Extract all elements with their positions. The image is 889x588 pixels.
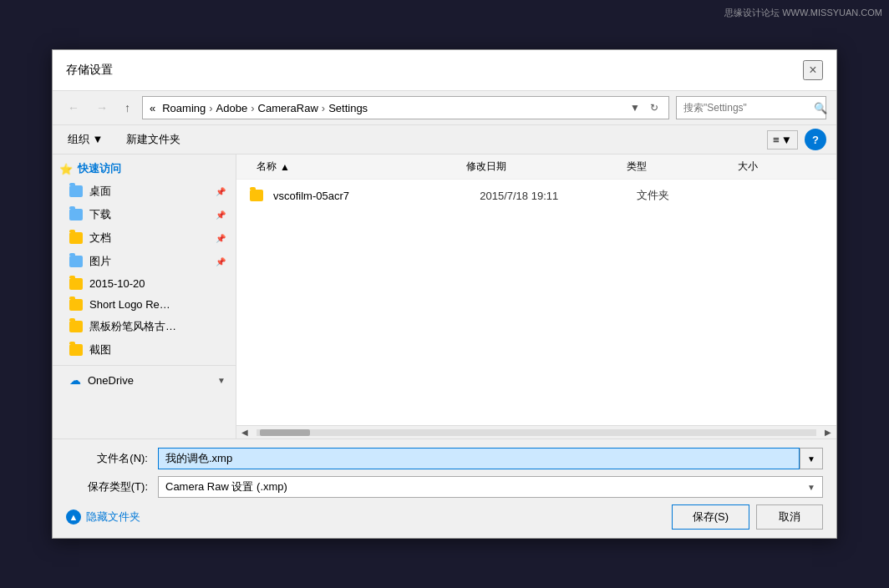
quick-access-icon: ⭐ <box>59 163 73 175</box>
filetype-label: 保存类型(T): <box>66 479 158 494</box>
file-list: vscofilm-05acr7 2015/7/18 19:11 文件夹 <box>236 180 836 425</box>
col-type[interactable]: 类型 <box>620 155 731 179</box>
desktop-folder-icon <box>69 185 83 197</box>
watermark: 思缘设计论坛 WWW.MISSYUAN.COM <box>724 7 882 19</box>
address-roaming: Roaming <box>162 102 206 114</box>
address-settings: Settings <box>328 102 368 114</box>
sidebar-item-screenshot[interactable]: 截图 <box>53 338 236 362</box>
col-size[interactable]: 大小 <box>731 155 823 179</box>
address-parts: « Roaming › Adobe › CameraRaw › Settings <box>150 102 623 114</box>
button-row: ▲ 隐藏文件夹 保存(S) 取消 <box>66 504 823 530</box>
horizontal-scrollbar-area: ◀ ▶ <box>236 425 836 438</box>
sidebar-item-pictures[interactable]: 图片 📌 <box>53 250 236 273</box>
filetype-dropdown[interactable]: Camera Raw 设置 (.xmp) ▼ <box>158 476 823 498</box>
table-row[interactable]: vscofilm-05acr7 2015/7/18 19:11 文件夹 <box>236 183 836 208</box>
toolbar: ← → ↑ « Roaming › Adobe › CameraRaw › Se… <box>53 91 836 125</box>
sidebar-item-desktop[interactable]: 桌面 📌 <box>53 180 236 203</box>
filetype-row: 保存类型(T): Camera Raw 设置 (.xmp) ▼ <box>66 476 823 498</box>
sidebar-item-blackboard[interactable]: 黑板粉笔风格古… <box>53 315 236 338</box>
sidebar-item-date[interactable]: 2015-10-20 <box>53 273 236 294</box>
cancel-button[interactable]: 取消 <box>756 504 823 530</box>
screenshot-folder-icon <box>69 344 83 356</box>
filetype-value: Camera Raw 设置 (.xmp) <box>165 479 287 494</box>
sort-icon-name: ▲ <box>280 161 290 173</box>
action-bar: 组织 ▼ 新建文件夹 ≡ ▼ ? <box>53 125 836 155</box>
dialog-title: 存储设置 <box>66 63 113 78</box>
new-folder-button[interactable]: 新建文件夹 <box>121 129 185 150</box>
address-cameraraw: CameraRaw <box>258 102 318 114</box>
hide-icon: ▲ <box>66 509 81 525</box>
quick-access-header: ⭐ 快速访问 <box>53 158 236 180</box>
scroll-right-btn[interactable]: ▶ <box>820 426 836 438</box>
documents-folder-icon <box>69 232 83 244</box>
scroll-left-btn[interactable]: ◀ <box>236 426 253 438</box>
address-part-1: « <box>150 102 155 114</box>
downloads-folder-icon <box>69 209 83 220</box>
filetype-dropdown-icon: ▼ <box>807 483 815 492</box>
hide-folders-toggle[interactable]: ▲ 隐藏文件夹 <box>66 509 140 525</box>
up-button[interactable]: ↑ <box>119 98 135 118</box>
address-bar[interactable]: « Roaming › Adobe › CameraRaw › Settings… <box>142 96 669 119</box>
view-dropdown-icon: ▼ <box>781 134 792 146</box>
pictures-folder-icon <box>69 256 83 267</box>
address-controls: ▼ ↻ <box>627 100 662 115</box>
col-date[interactable]: 修改日期 <box>460 155 620 179</box>
onedrive-icon: ☁ <box>69 373 81 387</box>
onedrive-expand-icon: ▼ <box>217 376 226 385</box>
bottom-bar: 文件名(N): ▼ 保存类型(T): Camera Raw 设置 (.xmp) … <box>53 438 836 538</box>
search-bar[interactable]: 🔍 <box>676 96 826 119</box>
sidebar-divider <box>53 365 236 366</box>
horizontal-scrollbar[interactable] <box>257 429 816 436</box>
main-content: ⭐ 快速访问 桌面 📌 下载 📌 文档 📌 图片 <box>53 155 836 438</box>
close-button[interactable]: × <box>803 60 823 80</box>
pin-icon-desktop: 📌 <box>216 187 226 196</box>
file-date: 2015/7/18 19:11 <box>480 190 629 202</box>
date-folder-icon <box>69 278 83 290</box>
file-list-header: 名称 ▲ 修改日期 类型 大小 <box>236 155 836 180</box>
address-dropdown-btn[interactable]: ▼ <box>627 100 643 115</box>
view-icon: ≡ <box>773 134 780 146</box>
help-button[interactable]: ? <box>805 129 826 150</box>
pin-icon-documents: 📌 <box>216 234 226 243</box>
pin-icon-pictures: 📌 <box>216 257 226 266</box>
sidebar-item-downloads[interactable]: 下载 📌 <box>53 203 236 226</box>
title-bar: 存储设置 × <box>53 50 836 91</box>
file-folder-icon <box>250 190 263 201</box>
blackboard-folder-icon <box>69 321 83 332</box>
address-adobe: Adobe <box>216 102 248 114</box>
back-button[interactable]: ← <box>63 98 84 118</box>
address-refresh-btn[interactable]: ↻ <box>647 100 662 115</box>
scrollbar-thumb[interactable] <box>260 429 310 436</box>
filename-label: 文件名(N): <box>66 451 158 466</box>
sidebar-item-onedrive[interactable]: ☁ OneDrive ▼ <box>53 369 236 391</box>
sidebar-item-logo[interactable]: Short Logo Re… <box>53 294 236 315</box>
forward-button[interactable]: → <box>91 98 113 118</box>
pin-icon-downloads: 📌 <box>216 210 226 220</box>
file-name: vscofilm-05acr7 <box>273 190 473 202</box>
file-type: 文件夹 <box>637 188 737 203</box>
sidebar-item-documents[interactable]: 文档 📌 <box>53 226 236 250</box>
file-area: 名称 ▲ 修改日期 类型 大小 vscofilm-05acr7 201 <box>236 155 836 438</box>
search-input[interactable] <box>683 102 809 114</box>
organize-button[interactable]: 组织 ▼ <box>63 129 108 150</box>
save-dialog: 存储设置 × ← → ↑ « Roaming › Adobe › CameraR… <box>52 49 837 539</box>
action-buttons: 保存(S) 取消 <box>672 504 823 530</box>
search-icon: 🔍 <box>814 102 827 114</box>
filename-input[interactable] <box>158 448 800 469</box>
filename-dropdown-btn[interactable]: ▼ <box>800 448 823 469</box>
view-button[interactable]: ≡ ▼ <box>767 130 798 150</box>
col-name[interactable]: 名称 ▲ <box>250 155 460 179</box>
logo-folder-icon <box>69 299 83 311</box>
filename-row: 文件名(N): ▼ <box>66 448 823 469</box>
sidebar: ⭐ 快速访问 桌面 📌 下载 📌 文档 📌 图片 <box>53 155 236 438</box>
save-button[interactable]: 保存(S) <box>672 504 749 530</box>
